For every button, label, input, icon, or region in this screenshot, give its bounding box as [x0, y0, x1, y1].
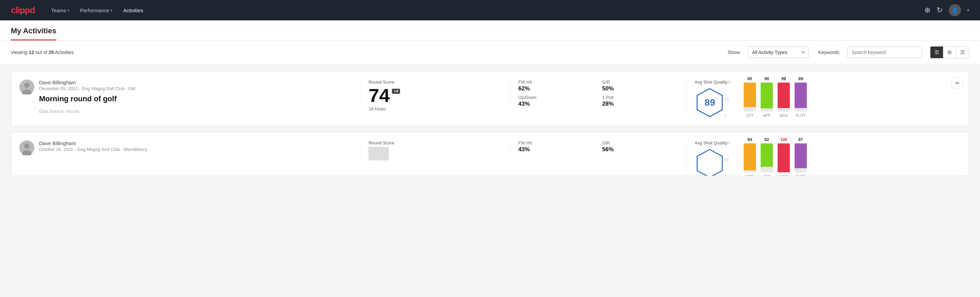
add-icon[interactable]: ⊕	[924, 6, 931, 14]
performance-chevron-icon: ▾	[111, 8, 112, 12]
main-content: ✏ Dave Billingham December 05, 2021 - Go…	[0, 64, 980, 188]
view-toggle: ☰ ⊞ ☰	[930, 46, 969, 59]
view-list-button[interactable]: ☰	[931, 46, 943, 58]
shot-quality-section-2: Avg Shot Quality 100 50 0 94	[686, 141, 961, 176]
gir-stat: GIR 50%	[602, 80, 678, 92]
user-name: Dave Billingham	[39, 80, 135, 85]
search-input[interactable]	[847, 46, 922, 58]
card-user-info: Dave Billingham December 05, 2021 - Gog …	[39, 80, 135, 114]
profile-chevron-icon[interactable]: ▾	[967, 8, 969, 13]
compact-icon: ☰	[960, 49, 965, 55]
score-diff-badge: +4	[392, 89, 400, 94]
holes-label: 18 Holes	[368, 106, 501, 112]
gir-stat-2: GIR 56%	[602, 141, 678, 153]
filter-bar: Viewing 12 out of 29 Activities Show: Al…	[0, 41, 980, 64]
stats-grid: FW Hit 62% GIR 50% Up/Down 43% 1 Putt 28…	[510, 80, 678, 107]
user-date-2: October 16, 2021 - Gog Magog Golf Club -…	[39, 147, 147, 152]
logo: clippd	[11, 5, 35, 16]
activity-type-select[interactable]: All Activity Types	[748, 46, 809, 58]
refresh-icon[interactable]: ↻	[937, 6, 943, 14]
round-score-value: 74 +4	[368, 86, 501, 105]
bar-app: 90 APP	[760, 77, 773, 118]
svg-point-5	[24, 144, 30, 149]
list-icon: ☰	[934, 49, 939, 55]
svg-point-1	[24, 83, 30, 88]
shot-quality-left-2: Avg Shot Quality	[694, 141, 727, 176]
svg-marker-7	[697, 150, 722, 176]
data-source: Data Source: Arccos	[39, 109, 135, 114]
avatar-2	[19, 141, 34, 155]
hexagon-value: 89	[705, 97, 715, 108]
keywords-label: Keywords:	[818, 50, 840, 55]
navbar-right: ⊕ ↻ 👤 ▾	[924, 4, 969, 16]
updown-stat: Up/Down 43%	[518, 95, 594, 107]
avg-shot-quality-label-2: Avg Shot Quality	[694, 141, 727, 145]
bar-chart-2: 100 50 0 94 OTT 82	[734, 141, 961, 176]
shot-quality-left: Avg Shot Quality 89	[694, 80, 727, 118]
activity-card-2: Dave Billingham October 16, 2021 - Gog M…	[11, 132, 969, 176]
card-left-2: Dave Billingham October 16, 2021 - Gog M…	[19, 141, 352, 155]
profile-icon: 👤	[951, 7, 958, 14]
stats-grid-2: FW Hit 43% GIR 56%	[510, 141, 678, 153]
user-name-2: Dave Billingham	[39, 141, 147, 146]
card-left: Dave Billingham December 05, 2021 - Gog …	[19, 80, 352, 114]
teams-chevron-icon: ▾	[68, 8, 69, 12]
oneputt-stat: 1 Putt 28%	[602, 95, 678, 107]
round-score-section-2: Round Score	[360, 141, 501, 160]
bar-putt: 89 PUTT	[795, 77, 807, 118]
fw-hit-stat: FW Hit 62%	[518, 80, 594, 92]
bar-chart: 100 50 0 85 OTT 90	[734, 80, 961, 118]
avatar	[19, 80, 34, 94]
view-grid-button[interactable]: ⊞	[943, 46, 956, 58]
shot-quality-section: Avg Shot Quality 89 100 50 0	[686, 80, 961, 118]
user-date: December 05, 2021 - Gog Magog Golf Club …	[39, 86, 135, 91]
bar-ott: 85 OTT	[744, 77, 756, 118]
score-placeholder	[368, 147, 389, 160]
hexagon-2	[694, 148, 725, 176]
card-user-info-2: Dave Billingham October 16, 2021 - Gog M…	[39, 141, 147, 152]
nav-activities[interactable]: Activities	[123, 1, 143, 20]
page-title: My Activities	[11, 27, 56, 40]
chart-y-labels-2: 100 50 0	[725, 141, 731, 176]
activity-title: Morning round of golf	[39, 94, 135, 103]
viewing-text: Viewing 12 out of 29 Activities	[11, 50, 722, 55]
hexagon: 89	[694, 87, 725, 118]
view-compact-button[interactable]: ☰	[956, 46, 969, 58]
activity-card: ✏ Dave Billingham December 05, 2021 - Go…	[11, 71, 969, 126]
round-score-label: Round Score	[368, 80, 501, 85]
page-header: My Activities	[0, 21, 980, 41]
bar-arg-2: 106 ARG	[778, 137, 790, 176]
bar-putt-2: 87 PUTT	[795, 137, 807, 176]
show-label: Show:	[728, 50, 741, 55]
nav-teams[interactable]: Teams ▾	[51, 1, 69, 20]
bar-arg: 89 ARG	[778, 77, 790, 118]
round-score-section: Round Score 74 +4 18 Holes	[360, 80, 501, 112]
nav-performance[interactable]: Performance ▾	[80, 1, 112, 20]
bar-app-2: 82 APP	[760, 137, 773, 176]
chart-y-labels: 100 50 0	[725, 80, 731, 118]
avg-shot-quality-label: Avg Shot Quality	[694, 80, 727, 85]
round-score-label-2: Round Score	[368, 141, 501, 145]
navbar: clippd Teams ▾ Performance ▾ Activities …	[0, 0, 980, 21]
fw-hit-stat-2: FW Hit 43%	[518, 141, 594, 153]
avatar[interactable]: 👤	[949, 4, 961, 16]
bar-ott-2: 94 OTT	[744, 137, 756, 176]
grid-icon: ⊞	[947, 49, 952, 55]
